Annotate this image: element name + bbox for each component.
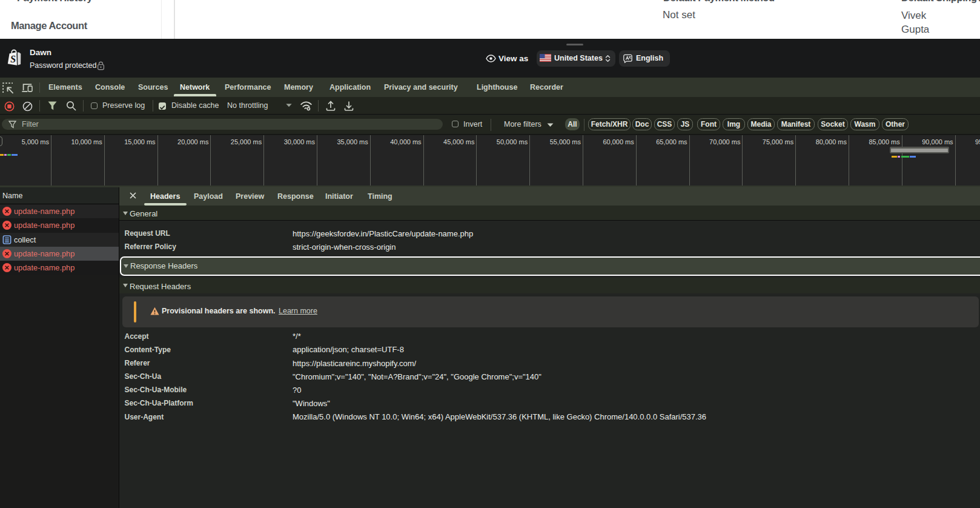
svg-text:S: S	[10, 53, 16, 65]
